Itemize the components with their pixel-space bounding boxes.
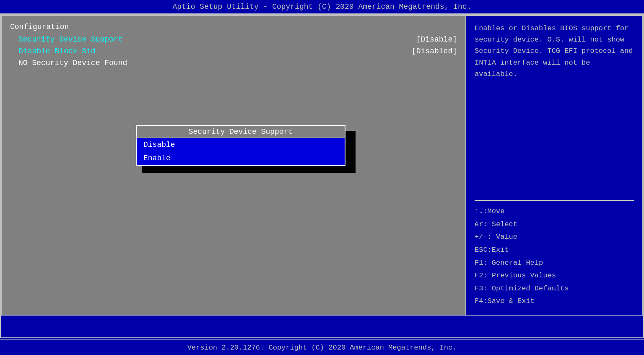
footer: Version 2.20.1276. Copyright (C) 2020 Am… [0,339,644,355]
shortcut-value: +/-: Value [475,231,634,244]
shortcut-help: F1: General Help [475,257,634,270]
config-item-no-security-device: NO Security Device Found [10,57,457,69]
shortcut-move: ↑↓:Move [475,205,634,218]
shortcut-save: F4:Save & Exit [475,295,634,308]
title-bar: Aptio Setup Utility - Copyright (C) 2020… [0,0,644,14]
footer-text: Version 2.20.1276. Copyright (C) 2020 Am… [187,344,457,352]
item-label-security-device-support: Security Device Support [10,35,122,44]
left-panel: Configuration Security Device Support [D… [2,16,466,315]
divider-line [475,200,634,201]
shortcut-defaults: F3: Optimized Defaults [475,282,634,295]
item-value-disable-block-sid: [Disabled] [412,47,457,55]
item-value-security-device-support: [Disable] [416,35,457,44]
item-label-disable-block-sid: Disable Block Sid [10,47,96,55]
shortcut-previous: F2: Previous Values [475,269,634,282]
right-panel: Enables or Disables BIOS support for sec… [466,16,642,315]
help-text: Enables or Disables BIOS support for sec… [475,23,634,196]
section-header: Configuration [10,23,457,31]
dropdown-option-enable[interactable]: Enable [137,151,345,165]
config-item-disable-block-sid[interactable]: Disable Block Sid [Disabled] [10,45,457,57]
config-item-security-device-support[interactable]: Security Device Support [Disable] [10,34,457,45]
shortcut-exit: ESC:Exit [475,244,634,257]
dropdown-overlay: Security Device Support Disable Enable [136,125,345,166]
item-label-no-security-device: NO Security Device Found [10,59,127,67]
main-area: Configuration Security Device Support [D… [0,14,644,338]
dropdown-option-disable[interactable]: Disable [137,138,345,151]
title-text: Aptio Setup Utility - Copyright (C) 2020… [173,3,472,11]
shortcut-list: ↑↓:Move er: Select +/-: Value ESC:Exit F… [475,205,634,308]
dropdown-popup: Security Device Support Disable Enable [136,125,345,166]
dropdown-title: Security Device Support [137,126,345,138]
shortcut-select: er: Select [475,218,634,231]
content-area: Configuration Security Device Support [D… [1,15,643,316]
